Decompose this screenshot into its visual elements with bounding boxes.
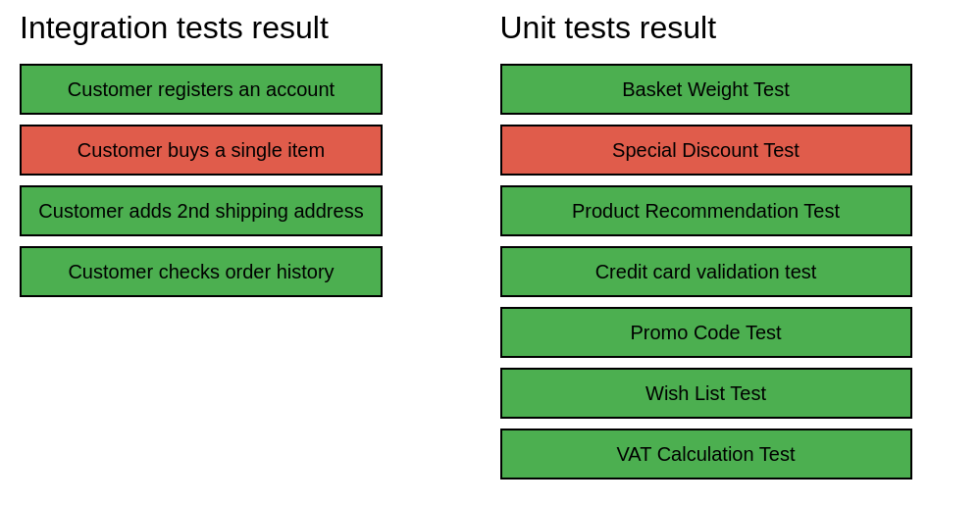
main-container: Integration tests result Customer regist… bbox=[20, 10, 960, 480]
integration-test-list: Customer registers an accountCustomer bu… bbox=[20, 64, 481, 297]
integration-title: Integration tests result bbox=[20, 10, 481, 46]
test-item-promo-code[interactable]: Promo Code Test bbox=[500, 307, 912, 358]
unit-test-list: Basket Weight TestSpecial Discount TestP… bbox=[500, 64, 961, 480]
test-item-customer-adds-shipping[interactable]: Customer adds 2nd shipping address bbox=[20, 185, 383, 236]
test-item-vat-calculation[interactable]: VAT Calculation Test bbox=[500, 429, 912, 480]
unit-section: Unit tests result Basket Weight TestSpec… bbox=[500, 10, 961, 480]
test-item-basket-weight[interactable]: Basket Weight Test bbox=[500, 64, 912, 115]
unit-title: Unit tests result bbox=[500, 10, 961, 46]
test-item-customer-checks-history[interactable]: Customer checks order history bbox=[20, 246, 383, 297]
test-item-product-recommendation[interactable]: Product Recommendation Test bbox=[500, 185, 912, 236]
test-item-customer-buys-single[interactable]: Customer buys a single item bbox=[20, 125, 383, 176]
test-item-special-discount[interactable]: Special Discount Test bbox=[500, 125, 912, 176]
test-item-wish-list[interactable]: Wish List Test bbox=[500, 368, 912, 419]
test-item-credit-card-validation[interactable]: Credit card validation test bbox=[500, 246, 912, 297]
test-item-customer-registers[interactable]: Customer registers an account bbox=[20, 64, 383, 115]
integration-section: Integration tests result Customer regist… bbox=[20, 10, 481, 480]
